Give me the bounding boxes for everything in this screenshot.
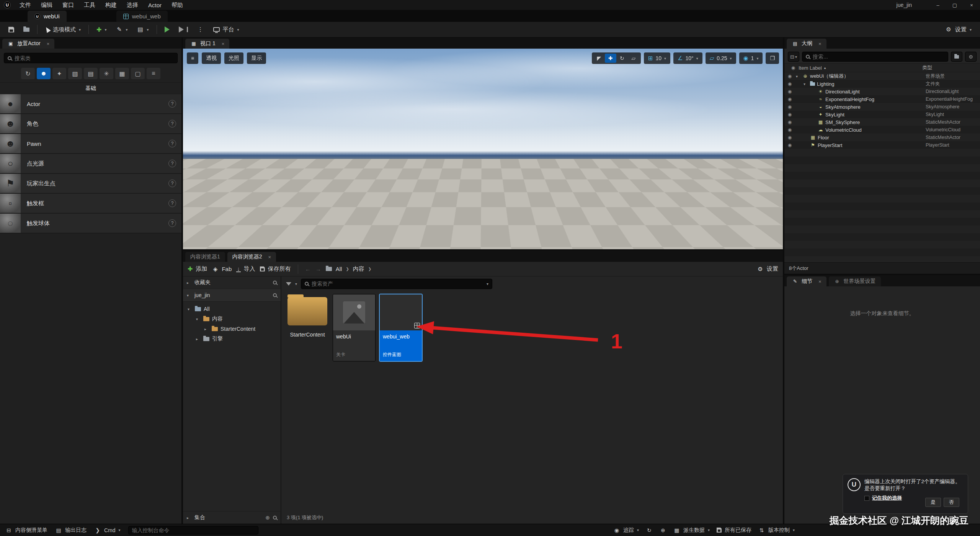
help-question-icon[interactable]: ? — [168, 180, 176, 187]
minimize-button[interactable]: – — [929, 0, 946, 10]
outliner-row[interactable]: ◉ ≈ ExponentialHeightFog ExponentialHeig… — [784, 95, 980, 103]
camera-speed-control[interactable]: ◉ 1 ▾ — [739, 52, 763, 64]
menu-item[interactable]: 构建 — [100, 0, 122, 10]
breadcrumb-root[interactable]: All — [336, 266, 342, 272]
chevron-down-icon[interactable]: ▾ — [487, 282, 488, 286]
scale-tool-button[interactable]: ▱ — [628, 54, 639, 63]
cinematics-icon[interactable]: ▤ — [84, 68, 98, 79]
yes-button[interactable]: 是 — [925, 498, 941, 507]
view-mode-dropdown[interactable]: 光照 — [224, 52, 243, 64]
recent-icon[interactable]: ↻ — [21, 68, 35, 79]
asset-tile-webui-web-selected[interactable]: webui_web 控件蓝图 — [379, 294, 422, 361]
menu-item[interactable]: 编辑 — [36, 0, 57, 10]
save-all-button[interactable]: 保存所有 — [260, 265, 291, 273]
expander-arrow-icon[interactable]: ▸ — [187, 281, 191, 285]
help-question-icon[interactable]: ? — [168, 120, 176, 127]
lights-icon[interactable]: ✦ — [52, 68, 66, 79]
chevron-down-icon[interactable]: ▾ — [295, 282, 297, 286]
nav-back-button[interactable]: ← — [305, 266, 311, 272]
help-question-icon[interactable]: ? — [168, 140, 176, 147]
viewport-options-button[interactable]: ≡ — [187, 52, 198, 64]
expander-arrow-icon[interactable]: ▾ — [188, 307, 192, 311]
expander-arrow-icon[interactable]: ▾ — [804, 82, 808, 86]
project-root-row[interactable]: ▾ jue_jin — [183, 289, 281, 302]
blueprints-dropdown[interactable]: ✎▾ — [112, 24, 131, 35]
effects-icon[interactable]: ✳ — [100, 68, 113, 79]
help-question-icon[interactable]: ? — [168, 199, 176, 207]
place-actor-item[interactable]: ◌ 触发球体 ? — [0, 214, 181, 234]
visibility-eye-icon[interactable]: ◉ — [784, 127, 795, 132]
nav-forward-button[interactable]: → — [315, 266, 321, 272]
close-icon[interactable]: × — [47, 41, 50, 47]
search-icon[interactable] — [273, 281, 277, 284]
unreal-logo-icon[interactable]: U — [0, 2, 15, 8]
outliner-filter-button[interactable]: ⊟▾ — [788, 52, 799, 62]
rotate-tool-button[interactable]: ↻ — [616, 54, 628, 63]
expander-arrow-icon[interactable]: ▾ — [196, 317, 201, 321]
asset-search[interactable]: ▾ — [301, 279, 492, 289]
outliner-settings-button[interactable]: ⚙ — [965, 52, 977, 62]
content-browser-settings-dropdown[interactable]: ⚙ 设置 — [757, 265, 778, 273]
outliner-row[interactable]: ◉ ▦ Floor StaticMeshActor — [784, 134, 980, 141]
selection-mode-dropdown[interactable]: 选项模式 ▾ — [41, 24, 85, 35]
outliner-row[interactable]: ◉ ▾ ⊕ webUi（编辑器） 世界场景 — [784, 72, 980, 80]
visibility-eye-icon[interactable]: ◉ — [784, 119, 795, 125]
all-icon[interactable]: ≡ — [147, 68, 160, 79]
editor-settings-dropdown[interactable]: ⚙ 设置 ▾ — [941, 24, 975, 35]
tab-level-webui[interactable]: U webUi — [28, 11, 67, 22]
visibility-eye-icon[interactable]: ◉ — [784, 135, 795, 140]
play-button[interactable] — [161, 24, 173, 35]
visibility-eye-icon[interactable]: ◉ — [784, 104, 795, 109]
outliner-row[interactable]: ◉ ☁ VolumetricCloud VolumetricCloud — [784, 126, 980, 134]
visibility-eye-icon[interactable]: ◉ — [784, 74, 795, 79]
network-status-button[interactable]: ⊕ — [660, 527, 666, 533]
menu-item[interactable]: 文件 — [15, 0, 36, 10]
outliner-row[interactable]: ◉ ✦ SkyLight SkyLight — [784, 111, 980, 118]
maximize-button[interactable]: ▢ — [946, 0, 963, 10]
expander-arrow-icon[interactable]: ▾ — [796, 74, 800, 78]
play-options-kebab[interactable]: ⋮ — [193, 24, 208, 35]
rotation-snap-control[interactable]: ∠ 10° ▾ — [673, 52, 702, 64]
folder-tree-row[interactable]: ▾ All — [183, 304, 281, 314]
shapes-icon[interactable]: ▧ — [68, 68, 82, 79]
save-current-button[interactable] — [5, 24, 18, 35]
menu-item[interactable]: Actor — [143, 0, 167, 10]
scale-snap-control[interactable]: ▱ 0.25 ▾ — [706, 52, 736, 64]
outliner-row[interactable]: ◉ ◒ SkyAtmosphere SkyAtmosphere — [784, 103, 980, 111]
expander-arrow-icon[interactable]: ▸ — [196, 337, 201, 341]
visibility-eye-icon[interactable]: ◉ — [784, 96, 795, 102]
asset-search-input[interactable] — [312, 281, 483, 287]
expander-arrow-icon[interactable]: ▸ — [204, 327, 209, 331]
place-actor-item[interactable]: ☻ 角色 ? — [0, 114, 181, 134]
menu-item[interactable]: 工具 — [79, 0, 100, 10]
fab-button[interactable]: ◈Fab — [212, 266, 232, 273]
volumes-icon[interactable]: ▢ — [131, 68, 145, 79]
folder-tree-row[interactable]: ▸ StarterContent — [183, 324, 281, 334]
sort-column-label[interactable]: Item Label ▴ — [799, 65, 922, 71]
cinematics-dropdown[interactable]: ▤▾ — [133, 24, 153, 35]
perspective-dropdown[interactable]: 透视 — [202, 52, 221, 64]
outliner-row[interactable]: ◉ ☀ DirectionalLight DirectionalLight — [784, 88, 980, 95]
select-tool-button[interactable]: ◤ — [593, 54, 605, 63]
help-question-icon[interactable]: ? — [168, 219, 176, 227]
place-actor-item[interactable]: ● Actor ? — [0, 94, 181, 114]
console-command-input[interactable] — [132, 527, 255, 533]
tab-place-actors[interactable]: ▣ 放置Actor × — [2, 39, 54, 49]
tab-widget-webui-web[interactable]: webui_web — [116, 11, 168, 22]
expander-arrow-icon[interactable]: ▾ — [187, 293, 191, 297]
close-icon[interactable]: × — [268, 254, 271, 260]
place-actor-item[interactable]: ▫ 触发框 ? — [0, 194, 181, 214]
visibility-eye-icon[interactable]: ◉ — [784, 89, 795, 94]
folder-tree-row[interactable]: ▾ 内容 — [183, 314, 281, 324]
visibility-eye-icon[interactable]: ◉ — [784, 112, 795, 117]
close-icon[interactable]: × — [222, 41, 225, 47]
place-actors-search-input[interactable] — [15, 55, 174, 61]
show-flags-dropdown[interactable]: 显示 — [247, 52, 266, 64]
output-log-button[interactable]: ▤输出日志 — [55, 527, 87, 534]
help-question-icon[interactable]: ? — [168, 160, 176, 167]
outliner-row[interactable]: ◉ ⚑ PlayerStart PlayerStart — [784, 141, 980, 149]
viewport-3d-view[interactable]: ≡ 透视 光照 显示 ◤ ✚ ↻ ▱ ⊞ 10 ▾ ∠ — [183, 49, 783, 249]
search-icon[interactable] — [273, 516, 277, 520]
geometry-icon[interactable]: ▦ — [115, 68, 129, 79]
place-actor-item[interactable]: ○ 点光源 ? — [0, 154, 181, 174]
